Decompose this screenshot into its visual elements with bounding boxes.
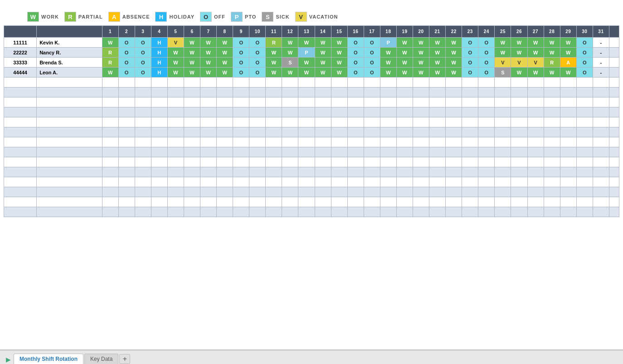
cell-empty [200,167,217,177]
cell-empty [593,187,609,197]
cell-empty [364,87,380,97]
cell-empty [462,97,478,107]
cell-empty [118,127,135,137]
cell-id: 11111 [4,38,37,48]
cell-empty [413,107,429,117]
header-id [4,26,37,38]
cell-empty [527,147,544,157]
key-section-label: WWORKRPARTIALAABSENCEHHOLIDAYOOFFPPTOSSI… [27,12,338,22]
table-row-empty [4,127,619,137]
cell-day-25: W [495,48,511,58]
cell-empty [282,147,298,157]
cell-empty [560,127,576,137]
table-row-empty [4,177,619,187]
cell-empty [315,137,331,147]
cell-empty [200,87,217,97]
cell-day-27: W [527,48,544,58]
cell-empty [298,107,315,117]
tab-bar: ▶ Monthly Shift RotationKey Data + [0,349,623,364]
cell-empty [4,78,37,87]
cell-empty [364,107,380,117]
cell-empty [446,78,462,87]
cell-day-6: W [184,68,200,78]
cell-empty [544,137,560,147]
cell-empty [347,127,364,137]
cell-empty [331,107,347,117]
legend-badge-s: S [262,12,273,22]
cell-empty [298,97,315,107]
cell-day-5: W [167,48,184,58]
cell-empty [217,187,233,197]
cell-empty [495,137,511,147]
cell-empty [478,107,495,117]
cell-day-10: O [249,38,266,48]
cell-empty [609,137,619,147]
cell-empty [462,167,478,177]
cell-day-16: O [347,58,364,68]
cell-empty [511,97,527,107]
cell-empty [576,137,593,147]
cell-empty [527,177,544,187]
cell-empty [282,177,298,187]
cell-day-22: W [446,68,462,78]
legend-label-r: PARTIAL [78,14,103,19]
cell-empty [347,147,364,157]
cell-empty [200,78,217,87]
cell-empty [446,167,462,177]
cell-empty [364,197,380,207]
cell-day-18: P [380,38,396,48]
tab-1[interactable]: Key Data [84,354,118,364]
cell-empty [200,107,217,117]
cell-empty [331,147,347,157]
table-row-empty [4,137,619,147]
cell-empty [347,97,364,107]
cell-empty [527,87,544,97]
table-row-empty [4,187,619,197]
cell-name: Leon A. [37,68,102,78]
cell-empty [282,157,298,167]
cell-empty [4,147,37,157]
cell-empty [151,78,167,87]
cell-empty [167,137,184,147]
cell-day-30: O [576,38,593,48]
header-d10: 10 [249,26,266,38]
cell-empty [478,177,495,187]
cell-empty [396,107,413,117]
cell-empty [544,147,560,157]
cell-empty [118,157,135,167]
cell-empty [511,187,527,197]
cell-empty [495,147,511,157]
header-d26: 26 [511,26,527,38]
play-button[interactable]: ▶ [4,355,13,364]
cell-empty [380,87,396,97]
cell-empty [233,167,249,177]
legend-v: VVACATION [295,12,338,22]
header-d31: 31 [593,26,609,38]
cell-empty [527,157,544,167]
cell-empty [495,78,511,87]
cell-empty [560,147,576,157]
cell-empty [102,137,118,147]
cell-empty [151,177,167,187]
cell-empty [495,207,511,217]
cell-day-15: W [331,48,347,58]
cell-empty [413,187,429,197]
cell-empty [233,187,249,197]
cell-empty [396,167,413,177]
cell-day-12: W [282,38,298,48]
tab-0[interactable]: Monthly Shift Rotation [14,354,83,364]
header-d3: 3 [135,26,151,38]
cell-empty [576,117,593,127]
cell-empty [429,117,446,127]
cell-empty [331,187,347,197]
add-tab-button[interactable]: + [119,354,130,364]
cell-empty [200,137,217,147]
cell-empty [102,78,118,87]
cell-empty [151,197,167,207]
cell-empty [282,107,298,117]
cell-empty [151,97,167,107]
cell-empty [593,177,609,187]
cell-empty [576,87,593,97]
cell-empty [609,157,619,167]
cell-day-20: W [413,48,429,58]
